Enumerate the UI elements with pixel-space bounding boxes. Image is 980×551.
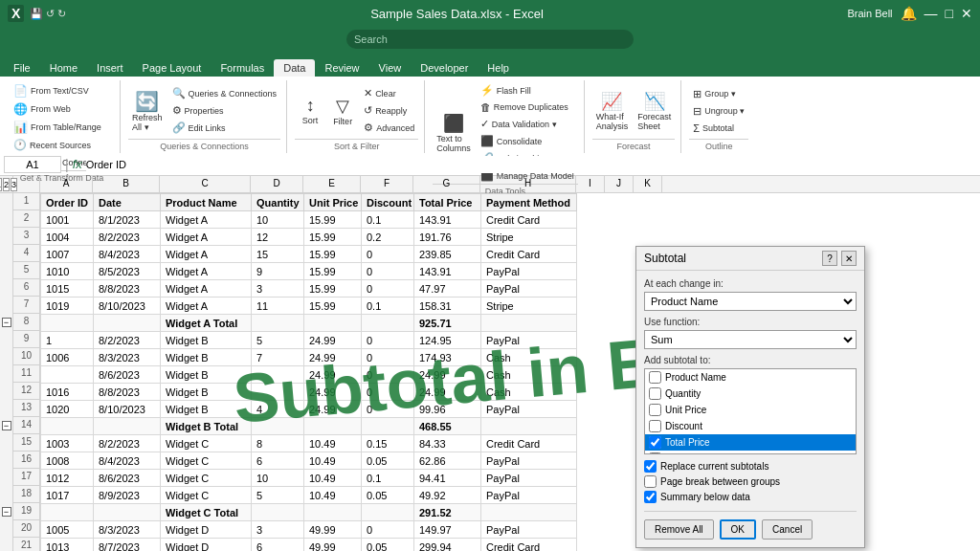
table-cell[interactable]: Widget A xyxy=(161,263,252,280)
table-cell[interactable]: Widget B xyxy=(161,384,252,401)
table-cell[interactable]: PayPal xyxy=(481,521,577,539)
table-cell[interactable]: Credit Card xyxy=(481,211,577,229)
table-cell[interactable]: 0.15 xyxy=(362,435,414,452)
tab-formulas[interactable]: Formulas xyxy=(211,59,274,77)
ungroup-button[interactable]: ⊟ Ungroup ▾ xyxy=(689,103,748,120)
table-cell[interactable]: 0.2 xyxy=(362,229,414,246)
col-header-i[interactable]: I xyxy=(576,176,605,192)
table-cell[interactable]: 468.55 xyxy=(414,418,481,435)
table-cell[interactable] xyxy=(362,504,414,521)
table-cell[interactable]: 8/9/2023 xyxy=(94,487,161,504)
table-cell[interactable]: Stripe xyxy=(481,229,577,246)
table-cell[interactable]: 0.05 xyxy=(362,539,414,552)
table-cell[interactable]: 8/2/2023 xyxy=(94,332,161,349)
table-cell[interactable] xyxy=(41,315,94,332)
table-cell[interactable]: 8/6/2023 xyxy=(94,470,161,487)
table-cell[interactable]: 8/7/2023 xyxy=(94,539,161,552)
dialog-list-item[interactable]: Total Price xyxy=(645,434,856,451)
table-cell[interactable]: Widget B xyxy=(161,401,252,418)
formula-input[interactable] xyxy=(86,156,976,173)
dialog-list-item[interactable]: Quantity xyxy=(645,386,856,402)
table-cell[interactable]: 8/4/2023 xyxy=(94,246,161,263)
table-cell[interactable]: 0 xyxy=(362,280,414,298)
recent-sources-button[interactable]: 🕐 Recent Sources xyxy=(10,137,114,153)
table-cell[interactable]: 12 xyxy=(252,229,304,246)
table-cell[interactable]: 925.71 xyxy=(414,315,481,332)
tab-developer[interactable]: Developer xyxy=(411,59,478,77)
table-cell[interactable]: 1017 xyxy=(41,487,94,504)
notification-icon[interactable]: 🔔 xyxy=(901,6,917,21)
table-cell[interactable]: 3 xyxy=(252,280,304,298)
tab-page-layout[interactable]: Page Layout xyxy=(133,59,212,77)
group-button[interactable]: ⊞ Group ▾ xyxy=(689,86,748,102)
table-cell[interactable]: 0 xyxy=(362,384,414,401)
table-cell[interactable]: 24.99 xyxy=(414,384,481,401)
table-cell[interactable]: 1019 xyxy=(41,298,94,315)
table-cell[interactable]: Cash xyxy=(481,384,577,401)
table-cell[interactable]: 239.85 xyxy=(414,246,481,263)
table-cell[interactable]: Widget D xyxy=(161,539,252,552)
dialog-checkbox[interactable] xyxy=(644,460,657,473)
list-item-checkbox[interactable] xyxy=(649,404,661,416)
table-cell[interactable] xyxy=(252,504,304,521)
col-header-a[interactable]: A xyxy=(40,176,93,192)
table-cell[interactable] xyxy=(362,418,414,435)
table-cell[interactable]: Total Price xyxy=(414,194,481,211)
table-cell[interactable]: 1008 xyxy=(41,452,94,470)
table-cell[interactable]: 1007 xyxy=(41,246,94,263)
table-cell[interactable] xyxy=(304,315,362,332)
table-cell[interactable]: 0 xyxy=(362,332,414,349)
table-cell[interactable]: 24.99 xyxy=(304,349,362,366)
list-item-checkbox[interactable] xyxy=(649,420,661,432)
table-cell[interactable]: 9 xyxy=(252,263,304,280)
table-cell[interactable] xyxy=(252,418,304,435)
table-cell[interactable]: 94.41 xyxy=(414,470,481,487)
table-cell[interactable]: 291.52 xyxy=(414,504,481,521)
table-cell[interactable]: 8/8/2023 xyxy=(94,280,161,298)
table-cell[interactable]: 24.99 xyxy=(304,366,362,384)
table-cell[interactable]: 1 xyxy=(41,332,94,349)
table-cell[interactable]: 143.91 xyxy=(414,263,481,280)
table-cell[interactable]: Widget A xyxy=(161,280,252,298)
list-item-checkbox[interactable] xyxy=(649,452,661,454)
outline-level-1[interactable]: 1 xyxy=(0,178,2,191)
edit-links-button[interactable]: 🔗 Edit Links xyxy=(168,120,281,136)
table-cell[interactable]: Widget C xyxy=(161,470,252,487)
tab-view[interactable]: View xyxy=(369,59,412,77)
table-cell[interactable]: 0 xyxy=(362,246,414,263)
add-subtotal-listbox[interactable]: Product NameQuantityUnit PriceDiscountTo… xyxy=(644,368,857,454)
table-cell[interactable]: Widget C xyxy=(161,487,252,504)
table-cell[interactable] xyxy=(304,418,362,435)
dialog-close-button[interactable]: ✕ xyxy=(841,251,857,266)
table-cell[interactable] xyxy=(252,315,304,332)
table-cell[interactable]: 49.99 xyxy=(304,539,362,552)
what-if-analysis-button[interactable]: 📈 What-IfAnalysis xyxy=(592,84,633,138)
table-cell[interactable]: 8/8/2023 xyxy=(94,384,161,401)
table-cell[interactable] xyxy=(304,504,362,521)
tab-help[interactable]: Help xyxy=(478,59,519,77)
properties-button[interactable]: ⚙ Properties xyxy=(168,102,281,119)
table-cell[interactable]: PayPal xyxy=(481,452,577,470)
table-cell[interactable]: 1020 xyxy=(41,401,94,418)
dialog-checkbox[interactable] xyxy=(644,475,657,488)
table-cell[interactable]: Widget B xyxy=(161,366,252,384)
forecast-sheet-button[interactable]: 📉 ForecastSheet xyxy=(634,84,675,138)
table-cell[interactable]: Widget A Total xyxy=(161,315,252,332)
table-cell[interactable]: 191.76 xyxy=(414,229,481,246)
table-cell[interactable]: Discount xyxy=(362,194,414,211)
col-header-k[interactable]: K xyxy=(634,176,662,192)
table-cell[interactable]: 1010 xyxy=(41,263,94,280)
table-cell[interactable]: 1003 xyxy=(41,435,94,452)
table-cell[interactable]: Quantity xyxy=(252,194,304,211)
table-cell[interactable]: 15 xyxy=(252,246,304,263)
table-cell[interactable]: 8/2/2023 xyxy=(94,229,161,246)
table-cell[interactable]: 10 xyxy=(252,211,304,229)
table-cell[interactable]: Widget C xyxy=(161,435,252,452)
reapply-button[interactable]: ↺ Reapply xyxy=(360,102,418,119)
dialog-help-button[interactable]: ? xyxy=(822,251,837,266)
dialog-list-item[interactable]: Unit Price xyxy=(645,402,856,418)
remove-all-button[interactable]: Remove All xyxy=(644,519,714,540)
table-cell[interactable]: 158.31 xyxy=(414,298,481,315)
table-cell[interactable]: 10 xyxy=(252,470,304,487)
tab-home[interactable]: Home xyxy=(40,59,87,77)
